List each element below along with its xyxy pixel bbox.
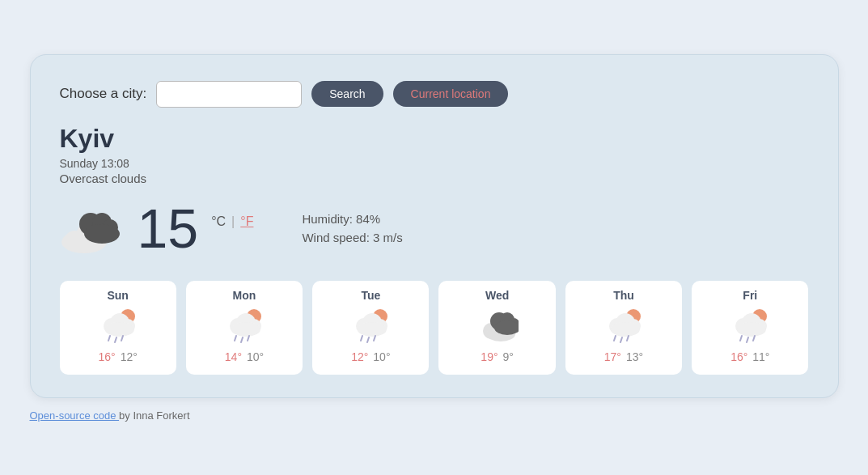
forecast-day: Wed 19°9° [438, 281, 555, 375]
location-button[interactable]: Current location [393, 81, 509, 107]
rain-icon [97, 308, 139, 344]
temp-low: 9° [503, 350, 514, 363]
svg-point-11 [105, 322, 134, 337]
svg-line-12 [108, 336, 110, 341]
forecast-day-label: Tue [361, 289, 380, 302]
temp-low: 10° [247, 350, 264, 363]
forecast-row: Sun 16°12°Mon 14°10°Tue [60, 281, 809, 375]
footer: Open-source code by Inna Forkert [30, 409, 839, 422]
celsius-unit: °C [211, 214, 226, 229]
svg-line-43 [614, 336, 616, 341]
search-button[interactable]: Search [311, 81, 383, 107]
forecast-day: Mon 14°10° [186, 281, 303, 375]
temperature-section: 15 °C | °F [60, 200, 254, 257]
rain-icon [223, 308, 265, 344]
svg-line-29 [367, 337, 369, 342]
svg-point-42 [611, 322, 640, 337]
extra-info: Humidity: 84% Wind speed: 3 m/s [302, 212, 402, 244]
city-input[interactable] [156, 81, 302, 108]
svg-line-21 [241, 337, 243, 342]
forecast-day-label: Mon [233, 289, 256, 302]
rain-icon [729, 308, 771, 344]
temp-high: 14° [225, 350, 242, 363]
temp-high: 12° [351, 350, 368, 363]
unit-toggle[interactable]: °C | °F [211, 206, 253, 229]
forecast-day-label: Fri [743, 289, 757, 302]
source-link[interactable]: Open-source code [30, 409, 120, 422]
forecast-temps: 16°11° [730, 350, 769, 363]
search-label: Choose a city: [60, 86, 147, 102]
forecast-temps: 16°12° [98, 350, 137, 363]
forecast-temps: 12°10° [351, 350, 390, 363]
forecast-temps: 14°10° [225, 350, 264, 363]
forecast-day-label: Wed [485, 289, 509, 302]
temp-low: 10° [373, 350, 390, 363]
rain-icon [349, 308, 392, 344]
forecast-day-label: Sun [107, 289, 128, 302]
unit-separator: | [231, 214, 235, 229]
rain-icon [603, 308, 645, 344]
svg-point-27 [358, 322, 387, 337]
forecast-temps: 17°13° [604, 350, 643, 363]
svg-point-50 [737, 322, 766, 337]
overcast-icon [476, 308, 519, 344]
wind-speed: Wind speed: 3 m/s [302, 231, 402, 244]
forecast-day: Sun 16°12° [60, 281, 176, 375]
temp-high: 16° [730, 350, 747, 363]
svg-line-28 [361, 336, 362, 341]
forecast-day: Tue 12°10° [312, 281, 429, 375]
svg-line-13 [115, 337, 116, 342]
fahrenheit-unit[interactable]: °F [240, 214, 253, 229]
forecast-day-label: Thu [613, 289, 634, 302]
temp-low: 11° [752, 350, 769, 363]
forecast-day: Thu 17°13° [565, 281, 682, 375]
temp-low: 12° [121, 350, 138, 363]
city-name: Kyiv [60, 124, 809, 154]
temp-low: 13° [626, 350, 643, 363]
temp-high: 17° [604, 350, 621, 363]
svg-point-6 [84, 224, 120, 244]
svg-line-52 [747, 337, 748, 342]
forecast-day: Fri 16°11° [692, 281, 808, 375]
forecast-temps: 19°9° [481, 350, 514, 363]
temp-high: 19° [481, 350, 498, 363]
current-weather-icon [60, 200, 125, 257]
temp-high: 16° [98, 350, 115, 363]
svg-point-19 [231, 322, 260, 337]
svg-line-44 [620, 337, 622, 342]
datetime: Sunday 13:08 [60, 157, 809, 170]
weather-description: Overcast clouds [60, 172, 809, 185]
svg-line-51 [740, 336, 742, 341]
current-weather-section: 15 °C | °F Humidity: 84% Wind speed: 3 m… [60, 200, 809, 257]
svg-line-20 [235, 336, 236, 341]
humidity: Humidity: 84% [302, 212, 402, 226]
search-row: Choose a city: Search Current location [60, 81, 809, 108]
weather-card: Choose a city: Search Current location K… [30, 54, 839, 398]
temperature-value: 15 [138, 201, 199, 256]
